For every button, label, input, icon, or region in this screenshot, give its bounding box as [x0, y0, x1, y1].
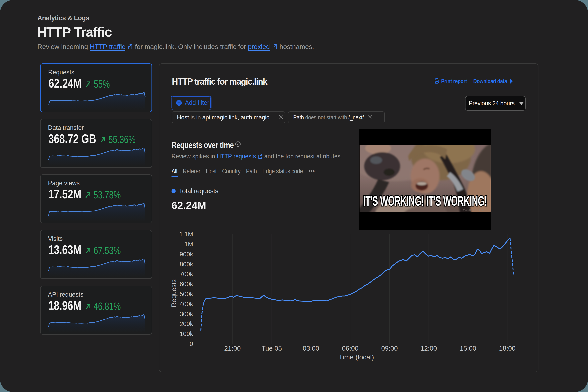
- svg-text:12:00: 12:00: [420, 344, 437, 352]
- svg-text:IT'S WORKING! IT'S WORKING!: IT'S WORKING! IT'S WORKING!: [363, 193, 487, 208]
- svg-text:200k: 200k: [180, 320, 193, 328]
- svg-text:600k: 600k: [180, 280, 193, 288]
- svg-text:1M: 1M: [185, 241, 193, 248]
- svg-text:300k: 300k: [180, 310, 193, 318]
- svg-text:15:00: 15:00: [460, 344, 476, 352]
- svg-text:400k: 400k: [180, 300, 193, 308]
- svg-text:Tue 05: Tue 05: [262, 344, 282, 352]
- svg-text:0: 0: [190, 340, 193, 348]
- svg-text:Requests: Requests: [170, 279, 178, 307]
- svg-text:500k: 500k: [180, 290, 193, 298]
- svg-text:09:00: 09:00: [381, 344, 398, 352]
- svg-text:21:00: 21:00: [224, 344, 241, 352]
- svg-text:800k: 800k: [180, 261, 193, 268]
- svg-text:900k: 900k: [180, 251, 193, 258]
- svg-text:Time (local): Time (local): [339, 353, 374, 361]
- svg-text:700k: 700k: [180, 270, 193, 278]
- svg-text:1.1M: 1.1M: [179, 231, 193, 238]
- svg-text:100k: 100k: [180, 330, 193, 338]
- svg-text:06:00: 06:00: [342, 344, 358, 352]
- svg-text:03:00: 03:00: [303, 344, 319, 352]
- svg-text:18:00: 18:00: [499, 344, 516, 352]
